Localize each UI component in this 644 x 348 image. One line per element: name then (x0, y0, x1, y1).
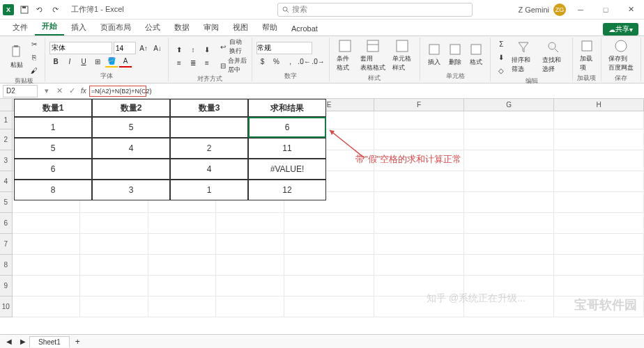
fill-color-button[interactable]: 🪣 (105, 55, 118, 68)
find-select-button[interactable]: 查找和选择 (539, 39, 568, 75)
cell[interactable] (464, 192, 554, 213)
cell[interactable] (554, 150, 644, 171)
cell[interactable] (554, 234, 644, 255)
align-left-icon[interactable]: ≡ (173, 56, 185, 69)
font-name-select[interactable] (49, 42, 112, 54)
name-box[interactable]: D2 (3, 85, 38, 97)
cell[interactable] (374, 234, 464, 255)
cell-styles-button[interactable]: 单元格样式 (390, 38, 416, 74)
cell[interactable] (148, 276, 217, 296)
underline-button[interactable]: U (77, 55, 90, 68)
tab-review[interactable]: 审阅 (197, 19, 226, 35)
cell[interactable] (464, 171, 554, 192)
cell[interactable] (80, 276, 148, 296)
undo-icon[interactable] (33, 3, 47, 17)
align-top-icon[interactable]: ⬆ (173, 43, 185, 56)
row-header[interactable]: 9 (0, 276, 13, 296)
share-button[interactable]: ☁ 共享 ▾ (603, 23, 638, 35)
tab-pagelayout[interactable]: 页面布局 (93, 19, 138, 35)
table-cell[interactable]: 1 (14, 117, 92, 138)
cell[interactable] (80, 234, 148, 255)
maximize-icon[interactable]: □ (595, 3, 616, 17)
cell[interactable] (216, 255, 284, 276)
cell[interactable] (80, 255, 148, 276)
cell[interactable] (554, 171, 644, 192)
table-header-cell[interactable]: 数量1 (14, 99, 92, 117)
cell[interactable] (374, 129, 464, 150)
sort-filter-button[interactable]: 排序和筛选 (509, 39, 537, 75)
align-right-icon[interactable]: ≡ (201, 56, 213, 69)
cell[interactable] (464, 150, 554, 171)
cell[interactable] (216, 213, 284, 234)
tab-data[interactable]: 数据 (167, 19, 197, 35)
add-sheet-button[interactable]: + (70, 337, 86, 347)
minimize-icon[interactable]: ─ (570, 3, 591, 17)
enter-formula-icon[interactable]: ✓ (66, 85, 78, 97)
col-header[interactable]: F (374, 99, 464, 111)
insert-cells-button[interactable]: 插入 (424, 41, 444, 68)
bold-button[interactable]: B (49, 55, 62, 68)
spreadsheet-grid[interactable]: ABCDEFGH 12345678910 数量1数量2数量3求和结果156542… (0, 99, 644, 334)
comma-icon[interactable]: , (284, 55, 297, 68)
select-all-corner[interactable] (0, 99, 13, 111)
search-input[interactable]: 搜索 (277, 3, 473, 17)
table-cell[interactable]: 3 (92, 180, 170, 200)
cell[interactable] (148, 213, 217, 234)
row-header[interactable]: 6 (0, 213, 13, 234)
cell[interactable] (374, 255, 464, 276)
col-header[interactable]: G (464, 99, 554, 111)
fx-icon[interactable]: fx (78, 87, 89, 95)
copy-icon[interactable]: ⎘ (28, 51, 40, 63)
row-header[interactable]: 8 (0, 255, 13, 276)
cell[interactable] (554, 111, 644, 129)
cancel-formula-icon[interactable]: ✕ (53, 85, 66, 97)
cell[interactable] (284, 296, 374, 317)
sheet-tab[interactable]: Sheet1 (29, 336, 70, 347)
cell[interactable] (374, 213, 464, 234)
clear-icon[interactable]: ◇ (495, 64, 507, 77)
cell[interactable] (216, 296, 284, 317)
font-color-button[interactable]: A (119, 55, 132, 68)
tab-file[interactable]: 文件 (6, 19, 35, 35)
cell[interactable] (13, 276, 81, 296)
align-bottom-icon[interactable]: ⬇ (201, 43, 213, 56)
table-header-cell[interactable]: 数量2 (92, 99, 170, 117)
avatar[interactable]: ZG (553, 3, 566, 16)
table-cell[interactable]: 5 (92, 117, 170, 138)
number-format-select[interactable] (256, 42, 312, 54)
cell[interactable] (374, 111, 464, 129)
cell[interactable] (464, 234, 554, 255)
table-cell[interactable]: 4 (92, 138, 170, 159)
formula-dropdown-icon[interactable]: ▾ (40, 85, 53, 97)
delete-cells-button[interactable]: 删除 (445, 41, 465, 68)
tab-formulas[interactable]: 公式 (138, 19, 167, 35)
cell[interactable] (284, 255, 374, 276)
table-header-cell[interactable]: 求和结果 (248, 99, 326, 117)
increase-decimal-icon[interactable]: .0← (298, 55, 311, 68)
cell[interactable] (13, 234, 81, 255)
percent-icon[interactable]: % (270, 55, 283, 68)
decrease-font-icon[interactable]: A↓ (151, 42, 164, 54)
formula-input[interactable]: =N(A2)+N(B2)+N(C2) (89, 86, 146, 97)
cell[interactable] (554, 255, 644, 276)
row-header[interactable]: 5 (0, 192, 13, 213)
tab-insert[interactable]: 插入 (64, 19, 93, 35)
format-painter-icon[interactable]: 🖌 (28, 64, 40, 77)
table-cell[interactable]: 6 (14, 159, 92, 180)
col-header[interactable]: H (554, 99, 644, 111)
cell[interactable] (284, 213, 374, 234)
cell[interactable] (80, 213, 148, 234)
row-header[interactable]: 2 (0, 129, 13, 150)
cell[interactable] (554, 276, 644, 296)
sheet-nav-prev-icon[interactable]: ◀ (3, 335, 15, 348)
table-cell[interactable]: 12 (248, 180, 326, 200)
row-header[interactable]: 3 (0, 150, 13, 171)
cell[interactable] (554, 129, 644, 150)
currency-icon[interactable]: $ (256, 55, 269, 68)
addins-button[interactable]: 加载项 (577, 38, 597, 74)
font-size-select[interactable] (114, 42, 136, 54)
format-cells-button[interactable]: 格式 (466, 41, 486, 68)
row-header[interactable]: 7 (0, 234, 13, 255)
table-cell[interactable]: #VALUE! (248, 159, 326, 180)
cell[interactable] (148, 234, 217, 255)
